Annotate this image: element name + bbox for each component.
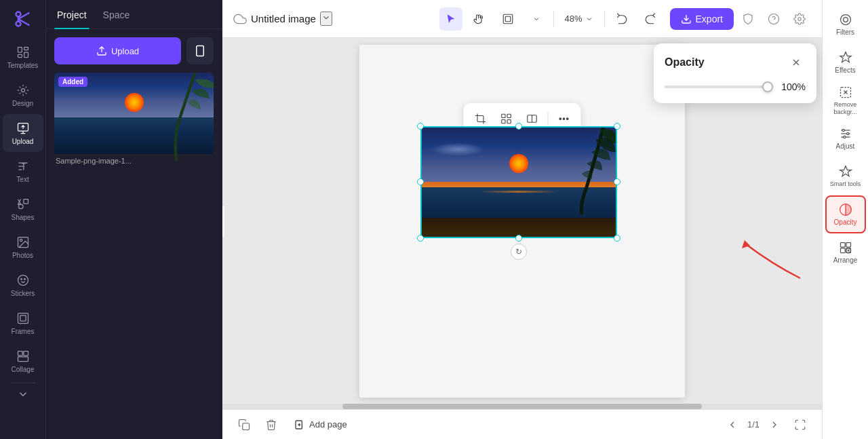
- upload-button[interactable]: Upload: [54, 37, 181, 64]
- svg-rect-12: [23, 199, 28, 204]
- tab-space[interactable]: Space: [100, 0, 133, 28]
- right-sidebar-filters[interactable]: Filters: [825, 5, 866, 43]
- filters-icon: [839, 13, 852, 26]
- svg-rect-32: [502, 114, 505, 117]
- handle-top-right[interactable]: [614, 123, 620, 130]
- svg-rect-5: [18, 47, 22, 53]
- stickers-icon: [16, 273, 31, 288]
- arrange-label: Arrange: [833, 256, 858, 264]
- app-logo[interactable]: [9, 5, 37, 33]
- svg-rect-7: [24, 52, 28, 58]
- opacity-slider[interactable]: [665, 85, 773, 88]
- svg-rect-52: [846, 243, 850, 248]
- sidebar-item-text[interactable]: Text: [3, 152, 43, 190]
- hand-tool-btn[interactable]: [468, 7, 491, 31]
- svg-rect-20: [18, 351, 22, 356]
- handle-middle-left[interactable]: [417, 178, 424, 185]
- flip-icon: [526, 113, 538, 125]
- float-divider: [548, 112, 549, 126]
- right-sidebar-arrange[interactable]: Arrange: [825, 233, 866, 271]
- svg-point-40: [567, 117, 568, 119]
- sidebar-item-design[interactable]: Design: [3, 76, 43, 114]
- svg-point-1: [16, 22, 20, 26]
- remove-bg-label: Remove backgr...: [825, 101, 866, 116]
- collage-icon: [16, 349, 31, 364]
- undo-btn[interactable]: [610, 7, 633, 31]
- sidebar-separator: [11, 383, 35, 383]
- handle-bottom-middle[interactable]: [515, 235, 522, 242]
- sidebar-item-photos[interactable]: Photos: [3, 228, 43, 266]
- add-page-btn[interactable]: Add page: [288, 415, 354, 434]
- right-sidebar-smart-tools[interactable]: Smart tools: [825, 157, 866, 195]
- right-sidebar-effects[interactable]: Effects: [825, 43, 866, 81]
- effects-label: Effects: [835, 66, 855, 74]
- shapes-icon: [16, 197, 31, 212]
- svg-rect-24: [197, 46, 204, 56]
- duplicate-icon: [238, 419, 250, 431]
- handle-bottom-right[interactable]: [614, 235, 620, 242]
- handle-top-left[interactable]: [417, 123, 424, 130]
- frames-icon: [16, 311, 31, 326]
- sidebar-item-frames[interactable]: Frames: [3, 304, 43, 342]
- frame-tool-btn[interactable]: [496, 7, 519, 31]
- add-page-icon: [294, 419, 305, 430]
- duplicate-page-btn[interactable]: [233, 414, 255, 436]
- topbar-tools: 48%: [439, 7, 662, 31]
- sidebar-item-collage[interactable]: Collage: [3, 342, 43, 380]
- export-button[interactable]: Export: [670, 8, 734, 30]
- svg-point-9: [21, 89, 24, 92]
- media-item[interactable]: Added Sample-png-image-1...: [54, 73, 214, 165]
- handle-top-middle[interactable]: [515, 123, 522, 130]
- sidebar-item-shapes[interactable]: Shapes: [3, 190, 43, 228]
- opacity-slider-thumb[interactable]: [762, 81, 773, 92]
- prev-page-btn[interactable]: [723, 415, 742, 434]
- canvas-page[interactable]: ↻: [359, 45, 685, 398]
- right-sidebar: Filters Effects Remove backgr... Adjust …: [822, 0, 868, 439]
- fullscreen-btn[interactable]: [789, 414, 811, 436]
- panel-collapse-btn[interactable]: ‹: [222, 205, 225, 237]
- next-page-btn[interactable]: [765, 415, 784, 434]
- sidebar-item-stickers[interactable]: Stickers: [3, 266, 43, 304]
- svg-point-0: [16, 12, 20, 17]
- trash-icon: [265, 419, 277, 431]
- rotate-handle[interactable]: ↻: [511, 244, 527, 260]
- effects-icon: [839, 51, 852, 64]
- topbar-divider-2: [604, 11, 605, 27]
- delete-page-btn[interactable]: [260, 414, 282, 436]
- upload-small-btn[interactable]: [186, 37, 214, 64]
- stickers-label: Stickers: [11, 290, 35, 297]
- add-page-label: Add page: [309, 419, 347, 430]
- upload-btn-icon: [96, 45, 107, 56]
- svg-point-50: [843, 136, 845, 138]
- settings-btn[interactable]: [788, 7, 811, 31]
- opacity-close-btn[interactable]: [787, 53, 806, 72]
- select-tool-btn[interactable]: [439, 7, 462, 31]
- selected-image-container[interactable]: ↻: [420, 126, 617, 238]
- topbar: Untitled image: [222, 0, 822, 38]
- smart-tools-icon: [839, 165, 852, 178]
- title-dropdown-btn[interactable]: [320, 12, 332, 26]
- zoom-control-btn[interactable]: 48%: [559, 11, 599, 26]
- right-sidebar-opacity[interactable]: Opacity: [825, 195, 866, 233]
- svg-point-16: [20, 279, 22, 280]
- grid-adjust-icon: [500, 113, 513, 125]
- frame-dropdown-btn[interactable]: [525, 7, 548, 31]
- smart-tools-label: Smart tools: [830, 180, 861, 188]
- help-btn[interactable]: [762, 7, 785, 31]
- svg-rect-18: [18, 313, 28, 324]
- tab-project[interactable]: Project: [54, 0, 90, 28]
- shield-btn[interactable]: [736, 7, 760, 31]
- design-label: Design: [12, 100, 33, 107]
- redo-btn[interactable]: [639, 7, 662, 31]
- scrollbar-thumb[interactable]: [342, 404, 702, 409]
- sidebar-item-templates[interactable]: Templates: [3, 38, 43, 76]
- handle-bottom-left[interactable]: [417, 235, 424, 242]
- right-sidebar-remove-bg[interactable]: Remove backgr...: [825, 81, 866, 119]
- svg-rect-53: [840, 248, 845, 253]
- sidebar-more-btn[interactable]: [12, 386, 34, 402]
- right-sidebar-adjust[interactable]: Adjust: [825, 119, 866, 157]
- sidebar-item-upload[interactable]: Upload: [3, 114, 43, 152]
- svg-rect-34: [502, 119, 505, 123]
- canvas-horizontal-scrollbar[interactable]: [222, 404, 822, 409]
- handle-middle-right[interactable]: [614, 178, 620, 185]
